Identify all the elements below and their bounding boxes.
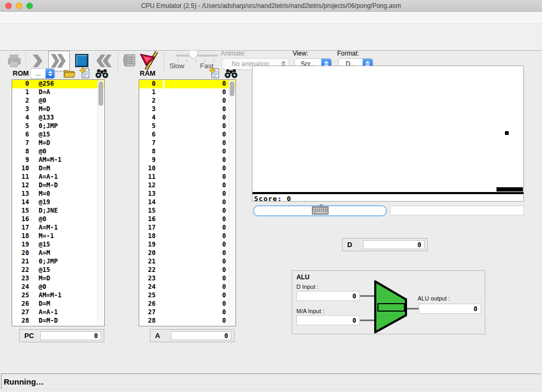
rom-row[interactable]: 20 A=M bbox=[12, 249, 104, 258]
rom-row[interactable]: 3 M=D bbox=[12, 105, 104, 114]
ram-row[interactable]: 25 0 bbox=[139, 291, 236, 300]
pc-register-value[interactable]: 0 bbox=[40, 331, 101, 340]
rom-address: 2 bbox=[12, 97, 29, 105]
ram-row[interactable]: 4 0 bbox=[139, 114, 236, 122]
rom-row[interactable]: 4 @133 bbox=[12, 114, 104, 122]
rom-row[interactable]: 7 M=D bbox=[12, 139, 104, 148]
ram-row[interactable]: 27 0 bbox=[139, 308, 236, 317]
rom-clear-button[interactable] bbox=[79, 67, 91, 80]
rom-row[interactable]: 26 D=M bbox=[12, 300, 104, 308]
ram-row[interactable]: 13 0 bbox=[139, 190, 236, 198]
ram-row[interactable]: 5 0 bbox=[139, 122, 236, 131]
ram-row[interactable]: 1 0 bbox=[139, 88, 236, 97]
ram-row[interactable]: 20 0 bbox=[139, 249, 236, 258]
rom-row[interactable]: 8 @0 bbox=[12, 148, 104, 156]
a-register-value[interactable]: 0 bbox=[171, 331, 231, 340]
rom-row[interactable]: 1 D=A bbox=[12, 88, 104, 97]
ram-row[interactable]: 19 0 bbox=[139, 241, 236, 249]
rom-instruction: @15 bbox=[39, 266, 104, 275]
menu-item[interactable] bbox=[29, 12, 43, 23]
rom-row[interactable]: 21 0;JMP bbox=[12, 258, 104, 266]
rom-scrollbar[interactable] bbox=[97, 80, 104, 325]
ram-scrollbar[interactable] bbox=[229, 80, 235, 325]
ram-row[interactable]: 15 0 bbox=[139, 207, 236, 215]
rom-row[interactable]: 22 @15 bbox=[12, 266, 104, 275]
ram-row[interactable]: 21 0 bbox=[139, 258, 236, 266]
ram-row[interactable]: 10 0 bbox=[139, 165, 236, 173]
rom-format-dropdown[interactable]: ... bbox=[30, 68, 55, 79]
script-button[interactable] bbox=[122, 53, 137, 70]
rom-row[interactable]: 10 D=M bbox=[12, 165, 104, 173]
keyboard-input-field[interactable] bbox=[253, 205, 387, 216]
ram-value: 0 bbox=[165, 156, 236, 165]
rom-row[interactable]: 28 D=M-D bbox=[12, 317, 104, 325]
d-register: D 0 bbox=[342, 238, 428, 251]
ram-value: 0 bbox=[165, 165, 236, 173]
d-register-value[interactable]: 0 bbox=[363, 240, 424, 249]
rom-row[interactable]: 15 D;JNE bbox=[12, 207, 104, 215]
rom-row[interactable]: 19 @15 bbox=[12, 241, 104, 249]
ram-find-button[interactable] bbox=[224, 68, 238, 80]
menu-item[interactable] bbox=[14, 12, 29, 23]
rom-row[interactable]: 13 M=0 bbox=[12, 190, 104, 198]
ram-row[interactable]: 22 0 bbox=[139, 266, 236, 275]
rom-row[interactable]: 0 @256 bbox=[12, 80, 104, 88]
ram-row[interactable]: 3 0 bbox=[139, 105, 236, 114]
ram-row[interactable]: 23 0 bbox=[139, 275, 236, 283]
ram-row[interactable]: 0 0 bbox=[139, 80, 236, 88]
rom-row[interactable]: 5 0;JMP bbox=[12, 122, 104, 131]
ram-row[interactable]: 16 0 bbox=[139, 215, 236, 224]
minimize-window-button[interactable] bbox=[16, 3, 22, 9]
rom-row[interactable]: 12 D=M-D bbox=[12, 181, 104, 190]
rom-row[interactable]: 18 M=-1 bbox=[12, 232, 104, 241]
rom-row[interactable]: 25 AM=M-1 bbox=[12, 291, 104, 300]
alu-d-wire bbox=[360, 295, 375, 297]
ram-row[interactable]: 2 0 bbox=[139, 97, 236, 105]
ram-row[interactable]: 12 0 bbox=[139, 181, 236, 190]
rom-instruction: @256 bbox=[39, 80, 104, 88]
ram-scrollbar-thumb[interactable] bbox=[230, 81, 234, 96]
load-program-button[interactable] bbox=[6, 53, 22, 70]
close-window-button[interactable] bbox=[5, 3, 12, 9]
stop-button[interactable] bbox=[75, 54, 88, 67]
ram-row[interactable]: 9 0 bbox=[139, 156, 236, 165]
rom-row[interactable]: 17 A=M-1 bbox=[12, 224, 104, 232]
ram-row[interactable]: 11 0 bbox=[139, 173, 236, 181]
zoom-window-button[interactable] bbox=[26, 3, 33, 9]
ram-clear-button[interactable] bbox=[209, 67, 220, 80]
single-step-button[interactable] bbox=[31, 53, 44, 70]
rom-find-button[interactable] bbox=[95, 68, 109, 80]
ram-row[interactable]: 7 0 bbox=[139, 139, 236, 148]
rom-row[interactable]: 16 @0 bbox=[12, 215, 104, 224]
ram-row[interactable]: 14 0 bbox=[139, 198, 236, 207]
ram-row[interactable]: 24 0 bbox=[139, 283, 236, 291]
ram-row[interactable]: 8 0 bbox=[139, 148, 236, 156]
reset-button[interactable] bbox=[95, 53, 114, 70]
rom-row[interactable]: 14 @19 bbox=[12, 198, 104, 207]
ram-value: 0 bbox=[165, 317, 236, 325]
menu-item[interactable] bbox=[0, 12, 14, 23]
rom-instruction: D=M bbox=[39, 300, 104, 308]
ram-row[interactable]: 17 0 bbox=[139, 224, 236, 232]
rom-row[interactable]: 2 @0 bbox=[12, 97, 104, 105]
rom-row[interactable]: 11 A=A-1 bbox=[12, 173, 104, 181]
rom-address: 9 bbox=[12, 156, 29, 165]
ram-row[interactable]: 18 0 bbox=[139, 232, 236, 241]
ram-row[interactable]: 28 0 bbox=[139, 317, 236, 325]
ram-row[interactable]: 6 0 bbox=[139, 131, 236, 139]
rom-row[interactable]: 9 AM=M-1 bbox=[12, 156, 104, 165]
rom-row[interactable]: 27 A=A-1 bbox=[12, 308, 104, 317]
ram-value: 0 bbox=[165, 224, 236, 232]
rom-row[interactable]: 6 @15 bbox=[12, 131, 104, 139]
ram-address: 7 bbox=[139, 139, 165, 148]
rom-load-button[interactable] bbox=[63, 68, 75, 80]
rom-scrollbar-thumb[interactable] bbox=[98, 81, 103, 106]
speed-slider-thumb[interactable] bbox=[188, 50, 198, 62]
rom-address: 26 bbox=[12, 300, 29, 308]
rom-instruction: 0;JMP bbox=[39, 258, 104, 266]
menu-item[interactable] bbox=[43, 12, 58, 23]
rom-row[interactable]: 24 @0 bbox=[12, 283, 104, 291]
ram-row[interactable]: 26 0 bbox=[139, 300, 236, 308]
ram-value: 0 bbox=[165, 105, 236, 114]
rom-row[interactable]: 23 M=D bbox=[12, 275, 104, 283]
